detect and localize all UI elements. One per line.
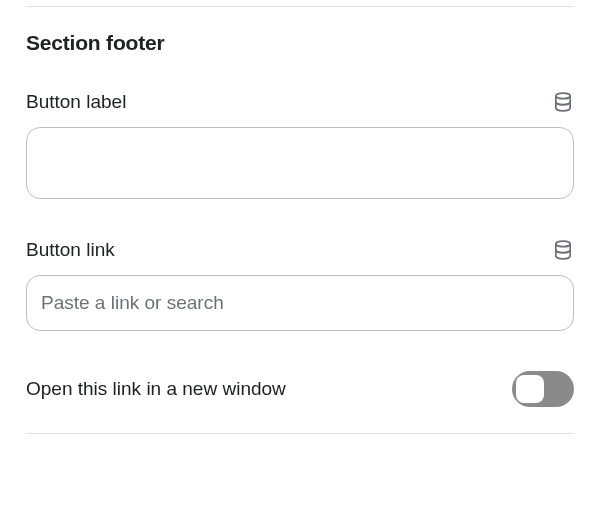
open-new-window-toggle[interactable] <box>512 371 574 407</box>
svg-point-1 <box>556 241 570 247</box>
open-new-window-label: Open this link in a new window <box>26 378 286 400</box>
svg-point-0 <box>556 93 570 99</box>
button-link-input[interactable] <box>26 275 574 331</box>
database-icon[interactable] <box>552 239 574 261</box>
open-new-window-row: Open this link in a new window <box>26 371 574 407</box>
button-label-label: Button label <box>26 91 126 113</box>
button-link-label: Button link <box>26 239 115 261</box>
section-footer-heading: Section footer <box>26 31 574 55</box>
button-label-block: Button label <box>26 91 574 199</box>
toggle-knob <box>516 375 544 403</box>
top-divider <box>26 6 574 7</box>
database-icon[interactable] <box>552 91 574 113</box>
bottom-divider <box>26 433 574 434</box>
button-label-input[interactable] <box>26 127 574 199</box>
button-link-block: Button link <box>26 239 574 331</box>
